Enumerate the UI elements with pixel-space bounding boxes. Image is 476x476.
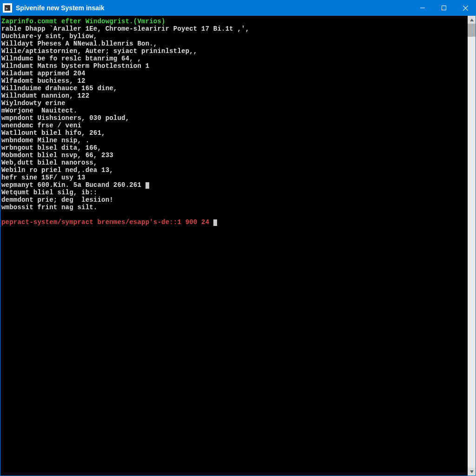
svg-rect-2 [442,6,446,10]
vertical-scrollbar[interactable] [468,16,476,476]
terminal-cursor [213,219,217,226]
terminal-line: wnendomc frse / veni [1,122,466,129]
terminal-line: wmbossit frint nag silt. [1,204,466,211]
app-icon: > [3,3,12,13]
terminal-line: Wlfadomt buchiess, 12 [1,77,466,85]
terminal-line: Willdayt Pheses A NNewal.bllenris Bon., [1,40,466,47]
terminal-line: rable Dhapp `Araller 1Ee, Chrome-slearir… [1,25,466,33]
cursor-mark [145,182,149,189]
scroll-down-button[interactable] [468,468,476,476]
minimize-button[interactable] [412,0,433,16]
maximize-button[interactable] [433,0,455,16]
blank-line [1,211,466,218]
terminal-line: Watllount bilel hifo, 261, [1,129,466,137]
terminal-line: wepmanyt 600.Kin. 5a Bucand 260.261 [1,181,466,189]
svg-text:>: > [6,7,8,11]
terminal-line: Wllndumc be fo reslc btanrimg 64, , [1,55,466,62]
terminal-prompt: pepract-system/sympract brenmes/esapp's-… [1,218,213,226]
titlebar[interactable]: > Spivenife new System insaik [0,0,476,16]
terminal-line: mWorjone Nauitect. [1,107,466,114]
terminal-line: Wlile/aptiastornien, Auter; syiact prini… [1,47,466,55]
terminal-line: Willndumt nannion, 122 [1,92,466,99]
window-controls [412,0,476,16]
terminal-line: wrbngout blsel dita, 166, [1,144,466,152]
terminal-line: wmpndont Uishsioners, 030 polud, [1,114,466,122]
terminal-line: Webiln ro priel ned,.dea 13, [1,166,466,174]
terminal-line: hefr sine 15F/ usy 13 [1,174,466,181]
window-title: Spivenife new System insaik [16,4,412,12]
terminal-line: Wiladumt apprimed 204 [1,70,466,77]
terminal-line: demmdont prie; deg lesiion! [1,196,466,204]
app-window: > Spivenife new System insaik Zaprinfo.c… [0,0,476,476]
terminal-line: Mobmdont bliel nsvp, 66, 233 [1,152,466,159]
terminal-line: Duchiare-y sint, byliow, [1,33,466,40]
terminal-line: Wllndumt Matns bysterm Photlestnion 1 [1,62,466,70]
scroll-thumb[interactable] [468,24,476,37]
terminal-line: wnbndome Milne nsip, . [1,137,466,144]
client-area: Zaprinfo.commt efter Windowgrist.(Vmrios… [0,16,476,476]
terminal-header: Zaprinfo.commt efter Windowgrist.(Vmrios… [1,18,466,25]
terminal-line: Wiylndowty erine [1,99,466,107]
scroll-track[interactable] [468,24,476,468]
terminal-line: Web,dutt bilel nanoross, [1,159,466,166]
close-button[interactable] [455,0,476,16]
prompt-line: pepract-system/sympract brenmes/esapp's-… [1,218,466,226]
terminal-line: Wetqumt bliel silg, ib:: [1,189,466,196]
terminal-line: Willnduime drahauce 165 dine, [1,85,466,92]
scroll-up-button[interactable] [468,16,476,24]
terminal-output[interactable]: Zaprinfo.commt efter Windowgrist.(Vmrios… [0,16,468,476]
